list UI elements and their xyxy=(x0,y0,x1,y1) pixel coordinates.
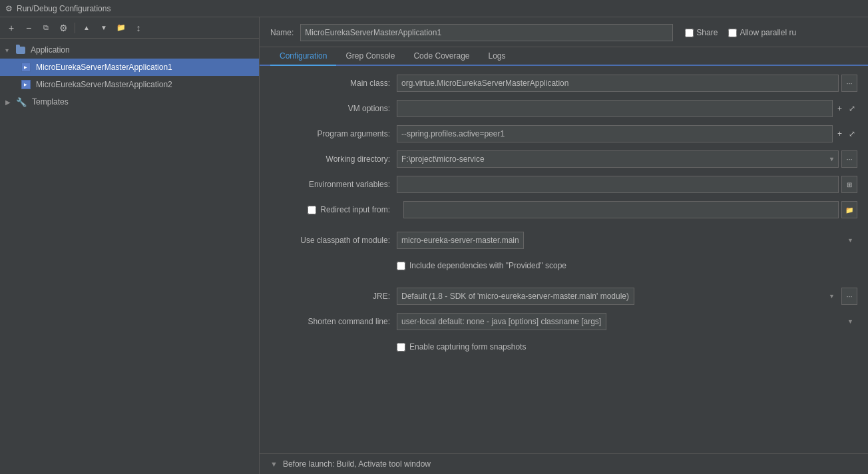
app-icon-2 xyxy=(21,80,31,89)
tab-code-coverage[interactable]: Code Coverage xyxy=(404,47,479,66)
move-down-icon: ▼ xyxy=(101,24,107,31)
program-arguments-window-button[interactable]: ⤢ xyxy=(847,129,857,138)
program-arguments-expand-button[interactable]: + xyxy=(835,129,844,138)
add-button[interactable]: + xyxy=(4,21,19,35)
program-arguments-field: + ⤢ xyxy=(397,125,857,142)
tab-configuration[interactable]: Configuration xyxy=(270,47,336,66)
main-class-browse-button[interactable]: ··· xyxy=(841,75,857,92)
left-panel: + − ⧉ ⚙ ▲ ▼ 📁 ↕ xyxy=(0,17,260,474)
classpath-module-row: Use classpath of module: micro-eureka-se… xyxy=(270,231,857,250)
redirect-input-input[interactable] xyxy=(403,201,839,218)
classpath-module-field: micro-eureka-server-master.main xyxy=(397,232,857,249)
tree-item-label-app1: MicroEurekaServerMasterApplication1 xyxy=(36,63,172,72)
before-launch: ▼ Before launch: Build, Activate tool wi… xyxy=(260,453,868,474)
move-up-button[interactable]: ▲ xyxy=(79,21,94,35)
toolbar-separator xyxy=(75,23,75,33)
tree-group-templates[interactable]: ▶ 🔧 Templates xyxy=(0,93,259,111)
move-up-icon: ▲ xyxy=(83,24,90,31)
title-bar-icon: ⚙ xyxy=(5,4,13,13)
env-variables-row: Environment variables: ⊞ xyxy=(270,175,857,194)
shorten-cmd-label: Shorten command line: xyxy=(270,317,397,326)
program-arguments-row: Program arguments: + ⤢ xyxy=(270,124,857,143)
working-directory-browse-button[interactable]: ··· xyxy=(841,150,857,168)
remove-button[interactable]: − xyxy=(21,21,36,35)
env-variables-input[interactable] xyxy=(397,176,839,193)
move-down-button[interactable]: ▼ xyxy=(97,21,111,35)
enable-capturing-checkbox[interactable] xyxy=(397,343,405,352)
spacer-2 xyxy=(270,282,857,287)
allow-parallel-checkbox-row[interactable]: Allow parallel ru xyxy=(728,28,796,37)
include-deps-text: Include dependencies with "Provided" sco… xyxy=(409,261,566,270)
name-input[interactable] xyxy=(300,24,673,41)
toolbar: + − ⧉ ⚙ ▲ ▼ 📁 ↕ xyxy=(0,17,259,39)
sort-icon: ↕ xyxy=(136,23,141,33)
shorten-cmd-row: Shorten command line: user-local default… xyxy=(270,312,857,331)
app-icon-1 xyxy=(21,63,31,72)
allow-parallel-label: Allow parallel ru xyxy=(740,28,796,37)
before-launch-arrow-icon: ▼ xyxy=(270,460,278,468)
vm-options-input[interactable] xyxy=(397,100,833,117)
config-content: Main class: ··· VM options: + ⤢ Program … xyxy=(260,66,868,453)
vm-options-expand-button[interactable]: + xyxy=(835,104,844,113)
vm-options-window-button[interactable]: ⤢ xyxy=(847,104,857,113)
include-deps-label[interactable]: Include dependencies with "Provided" sco… xyxy=(397,261,566,270)
working-directory-field: ▼ ··· xyxy=(397,150,857,168)
tree-item-app1[interactable]: MicroEurekaServerMasterApplication1 xyxy=(0,59,259,76)
right-panel: Name: Share Allow parallel ru Configurat… xyxy=(260,17,868,474)
tree: ▾ Application MicroEurekaServerMasterApp… xyxy=(0,39,259,474)
tabs-row: Configuration Grep Console Code Coverage… xyxy=(260,47,868,66)
enable-capturing-label[interactable]: Enable capturing form snapshots xyxy=(397,342,526,352)
move-to-folder-button[interactable]: 📁 xyxy=(114,21,128,35)
jre-select[interactable]: Default (1.8 - SDK of 'micro-eureka-serv… xyxy=(397,288,634,305)
name-row: Name: Share Allow parallel ru xyxy=(260,17,868,47)
redirect-input-checkbox[interactable] xyxy=(308,206,316,214)
tab-logs[interactable]: Logs xyxy=(479,47,515,66)
working-directory-input[interactable] xyxy=(397,150,839,168)
title-bar: ⚙ Run/Debug Configurations xyxy=(0,0,868,17)
header-checkboxes: Share Allow parallel ru xyxy=(685,28,796,37)
redirect-label-area: Redirect input from: xyxy=(270,205,397,214)
env-variables-browse-button[interactable]: ⊞ xyxy=(841,176,857,193)
main-class-input[interactable] xyxy=(397,75,839,92)
working-directory-label: Working directory: xyxy=(270,154,397,164)
redirect-input-field: 📁 xyxy=(403,201,857,218)
share-checkbox-row[interactable]: Share xyxy=(685,28,718,37)
jre-label: JRE: xyxy=(270,292,397,301)
program-arguments-label: Program arguments: xyxy=(270,129,397,138)
group-label-templates: Templates xyxy=(32,97,69,107)
tab-grep-console[interactable]: Grep Console xyxy=(336,47,404,66)
settings-icon: ⚙ xyxy=(59,23,68,33)
share-label: Share xyxy=(696,28,718,37)
share-checkbox[interactable] xyxy=(685,29,694,37)
spacer-1 xyxy=(270,226,857,231)
allow-parallel-checkbox[interactable] xyxy=(728,29,737,37)
copy-icon: ⧉ xyxy=(43,23,49,32)
program-arguments-input[interactable] xyxy=(397,125,833,142)
settings-button[interactable]: ⚙ xyxy=(56,21,71,35)
vm-options-field: + ⤢ xyxy=(397,100,857,117)
classpath-module-label: Use classpath of module: xyxy=(270,236,397,245)
name-label: Name: xyxy=(270,28,294,37)
add-icon: + xyxy=(9,23,14,33)
include-deps-checkbox[interactable] xyxy=(397,262,405,270)
group-arrow-templates: ▶ xyxy=(5,99,13,106)
redirect-input-browse-button[interactable]: 📁 xyxy=(841,201,857,218)
shorten-cmd-field: user-local default: none - java [options… xyxy=(397,313,857,330)
copy-button[interactable]: ⧉ xyxy=(39,21,53,35)
tree-item-label-app2: MicroEurekaServerMasterApplication2 xyxy=(36,80,172,89)
shorten-cmd-select[interactable]: user-local default: none - java [options… xyxy=(397,313,606,330)
main-class-row: Main class: ··· xyxy=(270,74,857,93)
tree-group-application[interactable]: ▾ Application xyxy=(0,41,259,59)
classpath-module-select[interactable]: micro-eureka-server-master.main xyxy=(397,232,524,249)
include-deps-row: Include dependencies with "Provided" sco… xyxy=(270,256,857,275)
group-label-application: Application xyxy=(31,45,70,55)
working-directory-row: Working directory: ▼ ··· xyxy=(270,150,857,168)
group-arrow-application: ▾ xyxy=(5,47,13,54)
sort-button[interactable]: ↕ xyxy=(131,21,146,35)
jre-browse-button[interactable]: ··· xyxy=(841,288,857,305)
jre-row: JRE: Default (1.8 - SDK of 'micro-eureka… xyxy=(270,287,857,306)
tree-item-app2[interactable]: MicroEurekaServerMasterApplication2 xyxy=(0,76,259,93)
env-variables-field: ⊞ xyxy=(397,176,857,193)
remove-icon: − xyxy=(26,23,31,33)
folder-move-icon: 📁 xyxy=(116,23,126,32)
